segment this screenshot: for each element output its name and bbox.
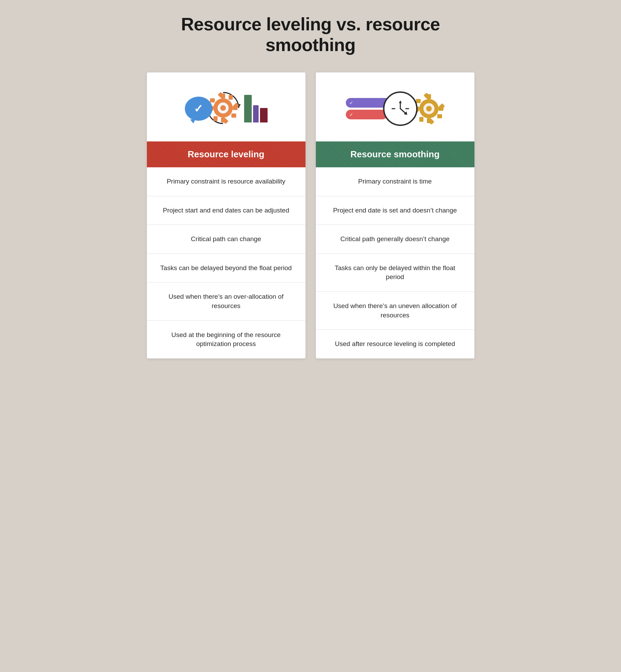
clock-icon: [383, 91, 418, 126]
list-item: Used after resource leveling is complete…: [316, 330, 474, 358]
leveling-icons: ✓: [185, 92, 268, 125]
list-item: Used at the beginning of the resource op…: [147, 321, 306, 358]
svg-line-21: [400, 109, 406, 113]
check-icon: ✓: [349, 112, 353, 118]
smoothing-header: Resource smoothing: [316, 141, 474, 167]
bar-maroon: [260, 108, 268, 122]
page-wrapper: Resource leveling vs. resource smoothing…: [138, 14, 483, 358]
page-title: Resource leveling vs. resource smoothing: [138, 14, 483, 55]
list-item: Used when there’s an uneven allocation o…: [316, 292, 474, 330]
list-item: Critical path generally doesn’t change: [316, 225, 474, 254]
list-item: Primary constraint is time: [316, 167, 474, 196]
list-item: Tasks can only be delayed within the flo…: [316, 254, 474, 292]
leveling-column: ✓: [147, 72, 306, 358]
svg-rect-11: [213, 116, 218, 121]
check-icon: ✓: [349, 100, 353, 106]
list-item: Tasks can be delayed beyond the float pe…: [147, 254, 306, 283]
svg-point-18: [220, 105, 226, 111]
svg-rect-15: [229, 95, 233, 100]
list-item: Project start and end dates can be adjus…: [147, 196, 306, 225]
leveling-title: Resource leveling: [188, 149, 264, 159]
smoothing-title: Resource smoothing: [350, 149, 440, 159]
smoothing-column: ✓ ✓: [316, 72, 474, 358]
svg-rect-35: [419, 117, 423, 122]
pill-red-icon: ✓: [346, 110, 387, 119]
bar-green: [244, 95, 252, 122]
svg-rect-9: [231, 113, 236, 118]
leveling-items-list: Primary constraint is resource availabil…: [147, 167, 306, 358]
bar-charts-icon: [244, 95, 268, 122]
leveling-header: Resource leveling: [147, 141, 306, 167]
bar-purple: [253, 105, 259, 122]
chat-bubble-icon: ✓: [185, 97, 212, 121]
list-item: Primary constraint is resource availabil…: [147, 167, 306, 196]
columns-wrapper: ✓: [138, 72, 483, 358]
svg-point-27: [426, 106, 432, 111]
svg-rect-33: [437, 114, 442, 118]
list-item: Critical path can change: [147, 225, 306, 254]
smoothing-icon-area: ✓ ✓: [316, 72, 474, 141]
svg-rect-13: [210, 98, 215, 102]
list-item: Project end date is set and doesn’t chan…: [316, 196, 474, 225]
checkmark-icon: ✓: [194, 102, 203, 115]
gear-gold-icon: [413, 93, 444, 124]
smoothing-items-list: Primary constraint is time Project end d…: [316, 167, 474, 358]
smoothing-icons: ✓ ✓: [346, 91, 444, 126]
clock-hands-svg: [390, 98, 411, 119]
list-item: Used when there’s an over-allocation of …: [147, 283, 306, 320]
leveling-icon-area: ✓: [147, 72, 306, 141]
svg-marker-20: [399, 100, 402, 103]
